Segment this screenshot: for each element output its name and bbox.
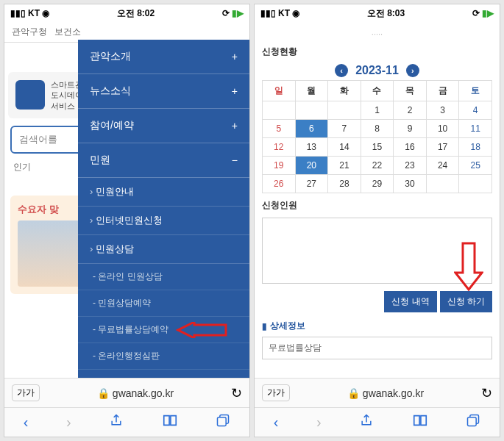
nav-main-2[interactable]: 참여/예약+	[78, 109, 249, 143]
cal-cell[interactable]: 19	[263, 157, 296, 175]
cal-cell[interactable]: 3	[426, 101, 459, 120]
apply-button[interactable]: 신청 하기	[440, 291, 492, 312]
phone-left: ▮▮▯ KT ◉ 오전 8:02 ⟳ ▮▶ 관악구청 보건소 스마트관 도시데이…	[4, 4, 250, 437]
share-icon[interactable]	[359, 413, 374, 431]
nav-sub2-1[interactable]: - 민원상담예약	[78, 290, 249, 317]
tab-health[interactable]: 보건소	[54, 26, 81, 38]
back-icon[interactable]: ‹	[24, 414, 29, 431]
nav-main-3[interactable]: 민원−	[78, 143, 249, 178]
address-text[interactable]: 🔒 gwanak.go.kr	[47, 387, 224, 399]
nav-sub1-0[interactable]: › 민원안내	[78, 178, 249, 207]
cal-cell[interactable]: 16	[394, 138, 427, 157]
signal-icon: ▮▮▯	[10, 8, 26, 18]
cal-cell[interactable]: 11	[459, 120, 492, 138]
cal-dow: 금	[426, 81, 459, 101]
forward-icon: ›	[316, 414, 322, 431]
history-button[interactable]: 신청 내역	[384, 291, 436, 312]
cal-cell[interactable]: 12	[263, 138, 296, 157]
cal-cell	[426, 175, 459, 193]
nav-sub2-2[interactable]: - 무료법률상담예약	[78, 317, 249, 343]
cal-cell[interactable]: 7	[328, 120, 361, 138]
cal-cell[interactable]: 14	[328, 138, 361, 157]
phone-right: ▮▮▯ KT ◉ 오전 8:03 ⟳ ▮▶ ····· 신청현황 ‹ 2023-…	[254, 4, 500, 437]
cal-cell[interactable]: 26	[263, 175, 296, 193]
nav-sub1-1[interactable]: › 인터넷민원신청	[78, 207, 249, 235]
text-size-button[interactable]: 가가	[12, 384, 40, 401]
nav-main-0[interactable]: 관악소개+	[78, 40, 249, 74]
cal-cell[interactable]: 25	[459, 157, 492, 175]
cal-cell[interactable]: 21	[328, 157, 361, 175]
browser-toolbar: ‹ ›	[4, 407, 249, 437]
browser-address-bar: 가가 🔒 gwanak.go.kr ↻	[255, 378, 500, 407]
signal-icon: ▮▮▯	[260, 8, 276, 18]
cal-dow: 목	[394, 81, 427, 101]
cal-cell	[328, 101, 361, 120]
tabs-icon[interactable]	[216, 413, 230, 431]
rotate-icon: ⟳	[472, 8, 480, 18]
cal-cell[interactable]: 17	[426, 138, 459, 157]
battery-icon: ▮▶	[482, 8, 494, 18]
cal-cell[interactable]: 10	[426, 120, 459, 138]
carrier-label: KT	[278, 8, 290, 18]
cal-cell[interactable]: 1	[361, 101, 394, 120]
back-icon[interactable]: ‹	[274, 414, 279, 431]
cal-cell[interactable]: 13	[295, 138, 328, 157]
tab-gwanak[interactable]: 관악구청	[12, 26, 47, 38]
nav-sub1-2[interactable]: › 민원상담	[78, 235, 249, 264]
cal-cell[interactable]: 18	[459, 138, 492, 157]
cal-month-label: 2023-11	[355, 64, 399, 77]
cal-cell[interactable]: 24	[426, 157, 459, 175]
svg-rect-1	[468, 417, 477, 426]
svg-rect-0	[218, 417, 227, 426]
cal-cell[interactable]: 20	[295, 157, 328, 175]
banner-icon	[15, 80, 45, 110]
status-bar: ▮▮▯ KT ◉ 오전 8:03 ⟳ ▮▶	[255, 4, 500, 22]
nav-sub2-0[interactable]: - 온라인 민원상담	[78, 264, 249, 290]
bookmarks-icon[interactable]	[162, 413, 178, 431]
lock-icon: 🔒	[97, 387, 110, 399]
promo-image	[18, 220, 84, 287]
calendar-table: 일월화수목금토 12345678910111213141516171819202…	[262, 80, 492, 193]
address-text[interactable]: 🔒 gwanak.go.kr	[297, 387, 474, 399]
detail-bullet-icon: ▮	[262, 321, 267, 331]
detail-header: ▮ 상세정보	[262, 320, 492, 332]
cal-cell[interactable]: 23	[394, 157, 427, 175]
clock-label: 오전 8:03	[367, 7, 405, 20]
cal-dow: 화	[328, 81, 361, 101]
wifi-icon: ◉	[292, 8, 299, 18]
tabs-icon[interactable]	[466, 413, 480, 431]
cal-prev-button[interactable]: ‹	[335, 64, 348, 77]
cal-cell[interactable]: 22	[361, 157, 394, 175]
cal-cell[interactable]: 9	[394, 120, 427, 138]
red-arrow-down-icon	[454, 240, 483, 291]
nav-sub2-4[interactable]: - 부동산분쟁조정센터상담예약	[78, 370, 249, 378]
nav-overlay: 관악소개+뉴스소식+참여/예약+민원− › 민원안내› 인터넷민원신청› 민원상…	[78, 40, 249, 378]
reload-icon[interactable]: ↻	[481, 385, 492, 401]
cal-cell[interactable]: 30	[394, 175, 427, 193]
cal-cell[interactable]: 4	[459, 101, 492, 120]
text-size-button[interactable]: 가가	[262, 384, 290, 401]
cal-dow: 월	[295, 81, 328, 101]
cal-cell[interactable]: 2	[394, 101, 427, 120]
section-people-title: 신청인원	[262, 199, 492, 212]
cal-cell[interactable]: 15	[361, 138, 394, 157]
share-icon[interactable]	[109, 413, 124, 431]
reload-icon[interactable]: ↻	[231, 385, 242, 401]
detail-value-box: 무료법률상담	[262, 337, 492, 359]
cal-cell[interactable]: 28	[328, 175, 361, 193]
cal-next-button[interactable]: ›	[406, 64, 419, 77]
cal-cell[interactable]: 6	[295, 120, 328, 138]
nav-main-1[interactable]: 뉴스소식+	[78, 74, 249, 109]
cal-cell[interactable]: 29	[361, 175, 394, 193]
battery-icon: ▮▶	[232, 8, 244, 18]
bookmarks-icon[interactable]	[412, 413, 428, 431]
cal-cell[interactable]: 5	[263, 120, 296, 138]
clock-label: 오전 8:02	[117, 7, 155, 20]
cal-cell[interactable]: 8	[361, 120, 394, 138]
cal-dow: 일	[263, 81, 296, 101]
browser-address-bar: 가가 🔒 gwanak.go.kr ↻	[4, 378, 249, 407]
cal-cell[interactable]: 27	[295, 175, 328, 193]
carrier-label: KT	[28, 8, 40, 18]
nav-sub2-3[interactable]: - 온라인행정심판	[78, 343, 249, 370]
browser-toolbar: ‹ ›	[255, 407, 500, 437]
